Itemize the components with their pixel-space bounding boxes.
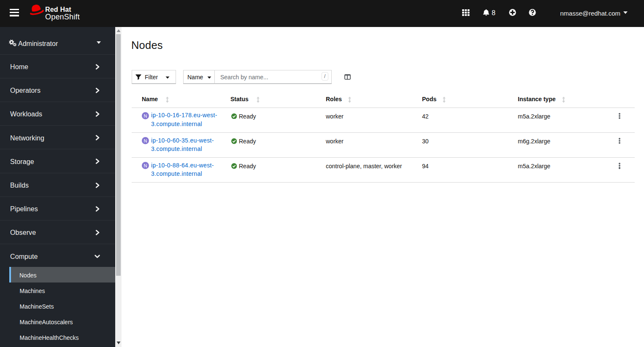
svg-text:N: N	[143, 113, 147, 118]
svg-text:N: N	[143, 163, 147, 168]
svg-text:N: N	[143, 138, 147, 143]
